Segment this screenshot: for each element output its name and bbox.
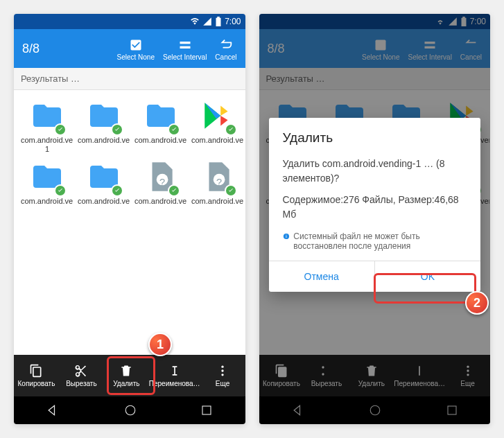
copy-button[interactable]: Копировать (14, 355, 59, 396)
file-grid-area[interactable]: com.android.vending-1com.android.vending… (14, 90, 245, 355)
file-item[interactable]: com.android.vending (78, 158, 130, 206)
back-arrow-icon (218, 37, 234, 53)
delete-button[interactable]: Удалить (104, 355, 149, 396)
file-item[interactable]: ?com.android.vending (134, 158, 187, 206)
copy-icon (29, 364, 43, 378)
phone-screenshot-1: 7:00 8/8 Select None Select Interval Can… (14, 14, 245, 424)
file-item[interactable]: com.android.vending (78, 97, 130, 154)
dialog-cancel-button[interactable]: Отмена (269, 261, 375, 292)
android-navbar (14, 396, 245, 424)
dialog-body: Удалить com.android.vending-1 … (8 элеме… (269, 152, 481, 229)
clock: 7:00 (225, 17, 241, 26)
selection-toolbar: 8/8 Select None Select Interval Cancel (14, 29, 245, 68)
file-item[interactable]: com.android.vending (134, 97, 187, 154)
recent-nav-icon[interactable] (200, 404, 213, 417)
cut-button[interactable]: Вырезать (59, 355, 104, 396)
wifi-icon (190, 17, 200, 26)
svg-point-6 (221, 366, 223, 368)
selection-count: 8/8 (22, 42, 117, 56)
file-item[interactable]: com.android.vending (21, 158, 73, 206)
svg-rect-23 (286, 236, 286, 238)
unknown-file-icon: ? (195, 158, 240, 195)
rename-button[interactable]: Переименова… (149, 355, 200, 396)
selected-check-icon (168, 184, 180, 197)
folder-icon (25, 158, 69, 195)
svg-text:?: ? (159, 177, 165, 188)
svg-rect-10 (202, 406, 211, 414)
interval-icon (178, 38, 192, 52)
file-item[interactable]: ?com.android.vending_ (191, 158, 244, 206)
file-label: com.android.vending (78, 136, 130, 145)
selected-check-icon (54, 184, 67, 197)
folder-icon (82, 97, 126, 134)
bottom-action-bar: Копировать Вырезать Удалить Переименова…… (14, 355, 245, 396)
phone-screenshot-2: 7:00 8/8 Select None Select Interval Can… (259, 14, 491, 424)
selected-check-icon (111, 123, 123, 136)
more-vert-icon (216, 364, 229, 378)
selected-check-icon (225, 123, 237, 136)
cancel-selection-button[interactable]: Cancel (215, 37, 236, 61)
svg-point-9 (125, 405, 135, 415)
play-store-icon (195, 97, 240, 134)
battery-icon (215, 17, 222, 26)
home-nav-icon[interactable] (124, 404, 137, 417)
dialog-warning: Системный файл не может быть восстановле… (269, 229, 481, 261)
dialog-message-2: Содержимое:276 Файлы, Размер:46,68 Мб (283, 193, 467, 222)
unknown-file-icon: ? (139, 158, 183, 195)
step-badge-2: 2 (465, 291, 489, 315)
svg-rect-1 (180, 46, 190, 48)
svg-rect-0 (180, 42, 190, 44)
folder-icon (25, 97, 69, 134)
file-item[interactable]: com.android.vending.p (191, 97, 244, 154)
status-bar: 7:00 (14, 14, 245, 29)
file-label: com.android.vending (21, 197, 73, 206)
info-icon (283, 231, 290, 241)
dialog-message-1: Удалить com.android.vending-1 … (8 элеме… (283, 157, 467, 186)
file-item[interactable]: com.android.vending-1 (21, 97, 73, 154)
file-label: com.android.vending-1 (21, 136, 73, 154)
back-nav-icon[interactable] (46, 403, 60, 417)
select-interval-button[interactable]: Select Interval (163, 37, 207, 61)
trash-icon (119, 364, 133, 378)
file-label: com.android.vending.p (191, 136, 244, 145)
svg-point-24 (286, 234, 286, 235)
folder-icon (82, 158, 126, 195)
checkbox-icon (129, 38, 143, 52)
selected-check-icon (111, 184, 123, 197)
delete-dialog: Удалить Удалить com.android.vending-1 … … (269, 118, 481, 292)
cursor-text-icon (168, 364, 182, 378)
selected-check-icon (168, 123, 180, 136)
svg-point-7 (221, 369, 223, 371)
more-button[interactable]: Еще (200, 355, 245, 396)
selected-check-icon (225, 184, 237, 197)
file-label: com.android.vending_ (191, 197, 244, 206)
scissors-icon (74, 364, 88, 378)
folder-icon (139, 97, 183, 134)
dialog-ok-button[interactable]: OK (375, 261, 480, 292)
svg-text:?: ? (216, 177, 222, 188)
signal-icon (202, 17, 212, 26)
svg-point-8 (221, 374, 223, 376)
select-none-button[interactable]: Select None (117, 37, 155, 61)
file-label: com.android.vending (134, 197, 187, 206)
step-badge-1: 1 (148, 333, 172, 356)
file-label: com.android.vending (134, 136, 187, 145)
file-label: com.android.vending (78, 197, 130, 206)
dialog-title: Удалить (269, 118, 481, 152)
selected-check-icon (54, 123, 67, 136)
breadcrumb[interactable]: Результаты … (14, 68, 245, 90)
dialog-buttons: Отмена OK (269, 261, 481, 292)
